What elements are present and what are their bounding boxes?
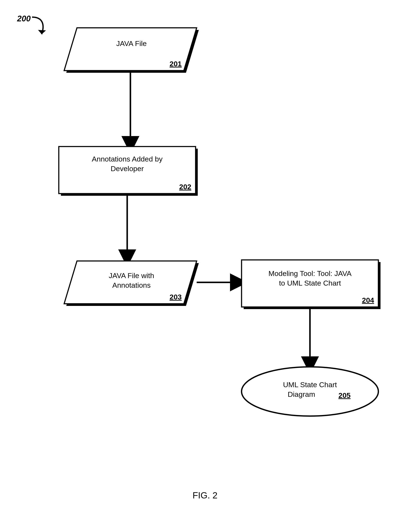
flowchart-diagram: 200 JAVA File 201 Annotations Added by D… — [0, 0, 410, 532]
node-uml-diagram: UML State Chart Diagram 205 — [242, 367, 378, 416]
node-label: JAVA File — [116, 39, 147, 48]
node-ref: 201 — [169, 60, 182, 68]
node-annotations-added: Annotations Added by Developer 202 — [59, 147, 198, 196]
node-java-file: JAVA File 201 — [64, 28, 199, 73]
node-label-line1: JAVA File with — [109, 271, 154, 280]
node-label-line1: UML State Chart — [283, 380, 337, 389]
figure-caption: FIG. 2 — [193, 490, 218, 500]
node-label-line2: Developer — [111, 164, 144, 173]
node-ref: 203 — [169, 293, 182, 301]
node-label-line2: to UML State Chart — [279, 279, 341, 287]
node-ref: 204 — [362, 296, 374, 304]
node-modeling-tool: Modeling Tool: Tool: JAVA to UML State C… — [242, 260, 381, 309]
callout-arrowhead — [38, 30, 46, 34]
node-label-line1: Annotations Added by — [92, 155, 163, 163]
node-ref: 202 — [179, 183, 191, 191]
node-label-line1: Modeling Tool: Tool: JAVA — [269, 269, 352, 277]
node-label-line2: Diagram — [288, 390, 315, 398]
node-ref: 205 — [338, 391, 351, 399]
node-label-line2: Annotations — [112, 281, 151, 289]
diagram-callout: 200 — [17, 14, 31, 23]
node-java-file-annotations: JAVA File with Annotations 203 — [64, 261, 199, 306]
